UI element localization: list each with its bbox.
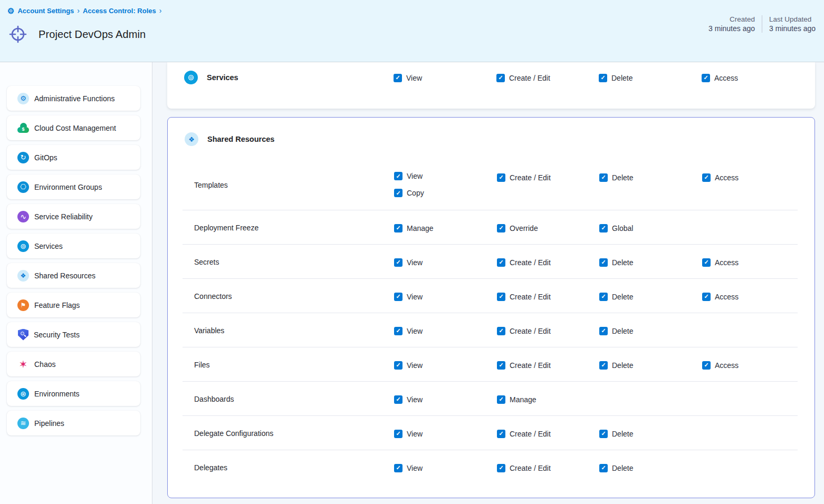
- create-edit-checkbox[interactable]: ✓Create / Edit: [497, 258, 551, 267]
- services-icon: ⊚: [184, 71, 198, 84]
- checkbox-label: View: [407, 361, 423, 370]
- created-meta: Created 3 minutes ago: [708, 15, 755, 33]
- checkbox-checked-icon: ✓: [702, 258, 711, 267]
- permission-rows: Templates✓View✓Copy✓Create / Edit✓Delete…: [168, 160, 815, 484]
- resource-label: Delegates: [194, 463, 394, 472]
- breadcrumb: ⚙ Account Settings › Access Control: Rol…: [7, 6, 161, 15]
- view-checkbox[interactable]: ✓View: [394, 361, 423, 370]
- services-card-title: Services: [207, 73, 394, 82]
- checkbox-checked-icon: ✓: [497, 173, 505, 182]
- view-checkbox[interactable]: ✓View: [394, 395, 423, 404]
- permission-row-secrets: Secrets✓View✓Create / Edit✓Delete✓Access: [168, 245, 815, 279]
- access-checkbox[interactable]: ✓Access: [702, 361, 739, 370]
- cloud-dollar-icon: $: [17, 122, 29, 134]
- view-checkbox[interactable]: ✓View: [394, 172, 497, 180]
- create-edit-checkbox[interactable]: ✓Create / Edit: [497, 361, 551, 370]
- view-checkbox[interactable]: ✓View: [394, 293, 423, 301]
- checkbox-checked-icon: ✓: [599, 327, 608, 335]
- view-checkbox[interactable]: ✓View: [394, 258, 423, 267]
- sidebar-item-administrative-functions[interactable]: ⚙Administrative Functions: [7, 86, 140, 111]
- checkbox-checked-icon: ✓: [497, 258, 505, 267]
- chaos-pinwheel-icon: ✶: [17, 358, 29, 370]
- create-edit-checkbox[interactable]: ✓Create / Edit: [497, 430, 551, 438]
- breadcrumb-link-account-settings[interactable]: Account Settings: [17, 7, 74, 15]
- delete-checkbox[interactable]: ✓Delete: [599, 258, 633, 267]
- resource-label: Variables: [194, 326, 394, 335]
- services-icon: ⊚: [17, 240, 29, 252]
- global-checkbox[interactable]: ✓Global: [599, 224, 633, 232]
- permission-row-templates: Templates✓View✓Copy✓Create / Edit✓Delete…: [168, 160, 815, 210]
- delete-checkbox[interactable]: ✓Delete: [599, 327, 633, 335]
- access-checkbox[interactable]: ✓Access: [702, 173, 739, 182]
- permission-cell: ✓Access: [702, 291, 815, 301]
- checkbox-checked-icon: ✓: [496, 74, 505, 82]
- create-edit-checkbox[interactable]: ✓ Create / Edit: [496, 74, 550, 82]
- view-checkbox[interactable]: ✓ View: [394, 74, 422, 82]
- sidebar-item-shared-resources[interactable]: ❖Shared Resources: [7, 263, 140, 288]
- permission-cell: ✓Override: [497, 222, 599, 232]
- checkbox-checked-icon: ✓: [497, 395, 505, 404]
- access-checkbox[interactable]: ✓Access: [702, 293, 739, 301]
- checkbox-label: Create / Edit: [510, 258, 551, 267]
- checkbox-checked-icon: ✓: [394, 293, 403, 301]
- view-checkbox[interactable]: ✓View: [394, 327, 423, 335]
- checkbox-checked-icon: ✓: [394, 224, 403, 232]
- page-header: ⚙ Account Settings › Access Control: Rol…: [0, 0, 824, 62]
- sidebar-item-feature-flags[interactable]: ⚑Feature Flags: [7, 293, 140, 317]
- manage-checkbox[interactable]: ✓Manage: [394, 224, 434, 232]
- role-title-row: Project DevOps Admin: [8, 24, 146, 44]
- override-checkbox[interactable]: ✓Override: [497, 224, 538, 232]
- checkbox-label: View: [407, 395, 423, 404]
- create-edit-checkbox[interactable]: ✓Create / Edit: [497, 293, 551, 301]
- checkbox-label: View: [407, 172, 423, 180]
- sidebar-item-environments[interactable]: ⊛Environments: [7, 381, 140, 406]
- sidebar-item-services[interactable]: ⊚Services: [7, 234, 140, 258]
- access-checkbox[interactable]: ✓Access: [702, 258, 739, 267]
- delete-checkbox[interactable]: ✓Delete: [599, 464, 633, 472]
- manage-checkbox[interactable]: ✓Manage: [497, 395, 536, 404]
- sidebar-item-security-tests[interactable]: Security Tests: [7, 322, 140, 347]
- view-checkbox[interactable]: ✓View: [394, 430, 423, 438]
- service-reliability-icon: ∿: [17, 211, 29, 222]
- resource-label: Delegate Configurations: [194, 429, 394, 438]
- create-edit-checkbox[interactable]: ✓Create / Edit: [497, 173, 551, 182]
- permission-cell: ✓View: [394, 462, 497, 472]
- permission-cell: ✓View: [394, 291, 497, 301]
- permission-cell: ✓Access: [702, 257, 815, 267]
- sidebar-item-cloud-cost-management[interactable]: $Cloud Cost Management: [7, 115, 140, 140]
- sidebar-item-chaos[interactable]: ✶Chaos: [7, 352, 140, 376]
- permission-cell: ✓Create / Edit: [497, 160, 599, 182]
- checkbox-checked-icon: ✓: [394, 361, 403, 370]
- checkbox-label: View: [407, 258, 423, 267]
- checkbox-checked-icon: ✓: [599, 361, 608, 370]
- sidebar-item-environment-groups[interactable]: ⎔Environment Groups: [7, 175, 140, 199]
- permission-cell: ✓ Delete: [599, 72, 702, 82]
- checkbox-label: View: [407, 464, 423, 472]
- checkbox-checked-icon: ✓: [702, 293, 711, 301]
- copy-checkbox[interactable]: ✓Copy: [394, 189, 497, 197]
- view-checkbox[interactable]: ✓View: [394, 464, 423, 472]
- checkbox-label: Create / Edit: [510, 361, 551, 370]
- last-updated-meta: Last Updated 3 minutes ago: [769, 15, 816, 33]
- delete-checkbox[interactable]: ✓Delete: [599, 173, 633, 182]
- create-edit-checkbox[interactable]: ✓Create / Edit: [497, 327, 551, 335]
- permissions-main: ⊚ Services ✓ View ✓ Create / Edit: [152, 62, 824, 504]
- gear-icon: ⚙: [17, 93, 29, 104]
- sidebar-item-gitops[interactable]: ↻GitOps: [7, 145, 140, 170]
- checkbox-checked-icon: ✓: [497, 464, 505, 472]
- delete-checkbox[interactable]: ✓ Delete: [599, 74, 633, 82]
- sidebar-item-pipelines[interactable]: ≋Pipelines: [7, 411, 140, 435]
- permission-cell: ✓ View: [394, 72, 496, 82]
- delete-checkbox[interactable]: ✓Delete: [599, 361, 633, 370]
- checkbox-label: Global: [612, 224, 633, 232]
- delete-checkbox[interactable]: ✓Delete: [599, 430, 633, 438]
- sidebar-item-service-reliability[interactable]: ∿Service Reliability: [7, 204, 140, 229]
- permission-cell: ✓View: [394, 394, 497, 404]
- delete-checkbox[interactable]: ✓Delete: [599, 293, 633, 301]
- access-checkbox[interactable]: ✓ Access: [702, 74, 738, 82]
- checkbox-checked-icon: ✓: [394, 430, 403, 438]
- create-edit-checkbox[interactable]: ✓Create / Edit: [497, 464, 551, 472]
- permission-cell: ✓Access: [702, 360, 815, 370]
- permission-cell: ✓Delete: [599, 462, 702, 472]
- breadcrumb-link-access-control-roles[interactable]: Access Control: Roles: [83, 7, 156, 15]
